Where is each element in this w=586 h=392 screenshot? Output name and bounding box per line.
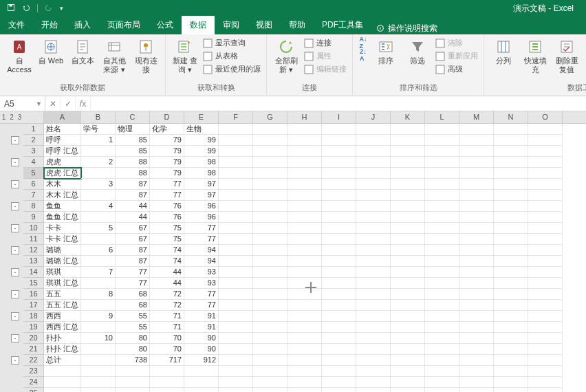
cell[interactable] [356, 388, 391, 392]
cell[interactable]: 璐璐 汇总 [44, 256, 81, 267]
cell[interactable] [391, 300, 425, 311]
cell[interactable]: 卡卡 [44, 223, 81, 234]
cell[interactable]: 8 [81, 289, 116, 300]
outline-collapse-button[interactable]: - [11, 224, 19, 232]
cell[interactable] [391, 344, 425, 355]
cell[interactable] [219, 245, 253, 256]
cell[interactable]: 74 [150, 256, 184, 267]
cell[interactable] [219, 234, 253, 245]
cell[interactable] [459, 333, 494, 344]
cell[interactable] [253, 168, 287, 179]
cell[interactable] [356, 355, 391, 366]
cell[interactable] [494, 267, 528, 278]
cell[interactable] [391, 124, 425, 135]
cell[interactable]: 96 [184, 201, 219, 212]
cell[interactable] [391, 157, 425, 168]
cell[interactable]: 鱼鱼 [44, 201, 81, 212]
ext-0[interactable]: A 自 Access [6, 37, 33, 74]
cell[interactable]: 木木 [44, 179, 81, 190]
cell[interactable]: 44 [150, 278, 184, 289]
fx-icon[interactable]: fx [76, 96, 91, 111]
gt-2[interactable]: 最近使用的源 [203, 63, 261, 75]
col-header-N[interactable]: N [494, 111, 528, 123]
cell[interactable] [494, 234, 528, 245]
cell[interactable]: 75 [150, 223, 184, 234]
cell[interactable] [322, 212, 356, 223]
cell[interactable] [287, 366, 322, 377]
cell[interactable] [219, 212, 253, 223]
cell[interactable] [459, 289, 494, 300]
cell[interactable] [528, 289, 563, 300]
cell[interactable] [494, 366, 528, 377]
row-header[interactable]: 16 [23, 289, 44, 300]
cell[interactable] [528, 190, 563, 201]
cell[interactable] [81, 366, 116, 377]
cell[interactable] [528, 366, 563, 377]
cell[interactable] [425, 223, 459, 234]
cell[interactable]: 3 [81, 179, 116, 190]
cancel-icon[interactable]: ✕ [45, 96, 61, 111]
cell[interactable] [494, 135, 528, 146]
cell[interactable] [459, 267, 494, 278]
cell[interactable] [391, 355, 425, 366]
cell[interactable] [425, 179, 459, 190]
cell[interactable] [391, 388, 425, 392]
cell[interactable] [391, 135, 425, 146]
cell[interactable] [459, 322, 494, 333]
cell[interactable] [219, 344, 253, 355]
col-header-I[interactable]: I [322, 111, 356, 123]
cell[interactable] [494, 223, 528, 234]
col-header-K[interactable]: K [391, 111, 425, 123]
cell[interactable]: 85 [116, 135, 150, 146]
cell[interactable] [253, 190, 287, 201]
cell[interactable]: 88 [116, 157, 150, 168]
cell[interactable]: 璐璐 [44, 245, 81, 256]
cell[interactable]: 91 [184, 311, 219, 322]
cell[interactable]: 90 [184, 333, 219, 344]
cell[interactable] [287, 267, 322, 278]
cell[interactable] [425, 289, 459, 300]
cell[interactable]: 70 [150, 344, 184, 355]
row-header[interactable]: 21 [23, 344, 44, 355]
cell[interactable] [391, 322, 425, 333]
cell[interactable] [391, 245, 425, 256]
new-query-button[interactable]: 新建 查询 ▾ [171, 37, 199, 74]
row-header[interactable]: 11 [23, 234, 44, 245]
dt-0[interactable]: 分列 [490, 37, 517, 65]
outline-levels[interactable]: 123 [0, 111, 23, 124]
cell[interactable]: 71 [150, 322, 184, 333]
row-header[interactable]: 18 [23, 311, 44, 322]
cell[interactable] [528, 300, 563, 311]
col-header-A[interactable]: A [44, 111, 81, 123]
outline-collapse-button[interactable]: - [11, 158, 19, 166]
cell[interactable] [528, 322, 563, 333]
cell[interactable] [219, 278, 253, 289]
cell[interactable]: 5 [81, 223, 116, 234]
cell[interactable]: 74 [150, 245, 184, 256]
cell[interactable] [528, 212, 563, 223]
cell[interactable] [287, 135, 322, 146]
cell[interactable] [219, 135, 253, 146]
cell[interactable] [528, 344, 563, 355]
cell[interactable] [287, 223, 322, 234]
row-header[interactable]: 13 [23, 256, 44, 267]
cell[interactable] [287, 212, 322, 223]
cell[interactable]: 55 [116, 322, 150, 333]
cell[interactable] [322, 256, 356, 267]
cell[interactable] [459, 388, 494, 392]
cell[interactable] [528, 311, 563, 322]
cell[interactable] [528, 245, 563, 256]
cell[interactable] [287, 201, 322, 212]
cell[interactable]: 97 [184, 179, 219, 190]
cell[interactable] [528, 267, 563, 278]
cell[interactable] [356, 278, 391, 289]
cell[interactable]: 98 [184, 157, 219, 168]
cell[interactable] [356, 245, 391, 256]
tab-文件[interactable]: 文件 [0, 16, 33, 34]
cell[interactable]: 呼呼 汇总 [44, 146, 81, 157]
cell[interactable] [494, 388, 528, 392]
cell[interactable] [425, 322, 459, 333]
cell[interactable] [356, 300, 391, 311]
cell[interactable] [459, 300, 494, 311]
cell[interactable] [528, 355, 563, 366]
